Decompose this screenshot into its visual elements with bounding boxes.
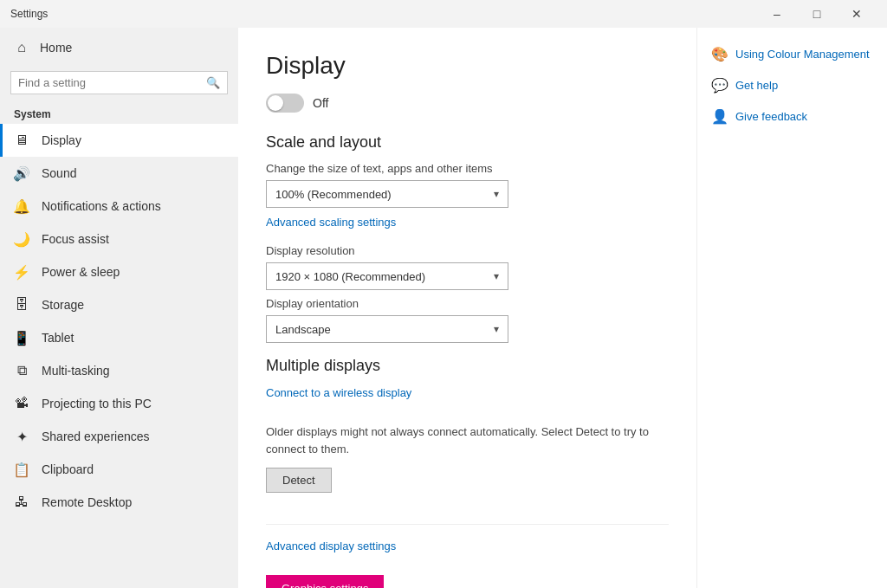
shared-icon: ✦ bbox=[14, 429, 29, 444]
titlebar-controls: – □ ✕ bbox=[757, 0, 877, 28]
older-displays-text: Older displays might not always connect … bbox=[266, 423, 656, 457]
sidebar-item-remote[interactable]: 🖧 Remote Desktop bbox=[0, 486, 238, 519]
sidebar-item-label: Clipboard bbox=[42, 462, 94, 476]
display-toggle[interactable] bbox=[266, 94, 304, 113]
divider bbox=[266, 524, 669, 525]
orientation-label: Display orientation bbox=[266, 297, 669, 310]
colour-management-link[interactable]: 🎨 Using Colour Management bbox=[711, 45, 873, 62]
sidebar-item-clipboard[interactable]: 📋 Clipboard bbox=[0, 453, 238, 486]
clipboard-icon: 📋 bbox=[14, 462, 29, 477]
sidebar-item-label: Focus assist bbox=[42, 232, 109, 246]
give-feedback-link[interactable]: 👤 Give feedback bbox=[711, 107, 873, 125]
colour-link-label: Using Colour Management bbox=[735, 48, 870, 61]
sidebar-item-display[interactable]: 🖥 Display bbox=[0, 124, 238, 157]
multiple-displays-title: Multiple displays bbox=[266, 357, 669, 375]
sidebar-item-label: Sound bbox=[42, 166, 76, 180]
tablet-icon: 📱 bbox=[14, 330, 29, 346]
display-icon: 🖥 bbox=[14, 132, 29, 148]
resolution-dropdown-chevron: ▾ bbox=[494, 270, 499, 282]
sidebar-section-label: System bbox=[0, 101, 238, 124]
sidebar-item-label: Projecting to this PC bbox=[42, 397, 152, 410]
scale-section-title: Scale and layout bbox=[266, 133, 669, 152]
sidebar-item-power[interactable]: ⚡ Power & sleep bbox=[0, 255, 238, 288]
orientation-dropdown-chevron: ▾ bbox=[494, 323, 499, 335]
sidebar-item-label: Tablet bbox=[42, 331, 74, 345]
sidebar-search-box[interactable]: 🔍 bbox=[10, 71, 228, 94]
resolution-label: Display resolution bbox=[266, 244, 669, 257]
main-content: Display Off Scale and layout Change the … bbox=[238, 28, 696, 588]
sidebar-item-label: Display bbox=[42, 133, 81, 147]
sidebar-item-shared[interactable]: ✦ Shared experiences bbox=[0, 420, 238, 453]
toggle-knob bbox=[268, 95, 283, 111]
scale-dropdown-chevron: ▾ bbox=[494, 188, 499, 200]
power-icon: ⚡ bbox=[14, 264, 29, 280]
resolution-dropdown-value: 1920 × 1080 (Recommended) bbox=[275, 270, 425, 283]
help-icon: 💬 bbox=[711, 76, 728, 94]
toggle-row: Off bbox=[266, 94, 669, 113]
scale-dropdown-value: 100% (Recommended) bbox=[275, 188, 392, 201]
orientation-dropdown-value: Landscape bbox=[275, 323, 331, 336]
sidebar-item-projecting[interactable]: 📽 Projecting to this PC bbox=[0, 387, 238, 420]
sidebar-item-label: Notifications & actions bbox=[42, 199, 161, 213]
orientation-dropdown[interactable]: Landscape ▾ bbox=[266, 315, 508, 343]
storage-icon: 🗄 bbox=[14, 297, 29, 313]
close-button[interactable]: ✕ bbox=[837, 0, 877, 28]
colour-icon: 🎨 bbox=[711, 45, 728, 62]
focus-icon: 🌙 bbox=[14, 231, 29, 247]
remote-icon: 🖧 bbox=[14, 494, 29, 510]
projecting-icon: 📽 bbox=[14, 396, 29, 411]
feedback-link-label: Give feedback bbox=[735, 110, 807, 123]
sidebar-item-label: Storage bbox=[42, 298, 84, 312]
sidebar-home-label: Home bbox=[40, 41, 72, 55]
scale-label: Change the size of text, apps and other … bbox=[266, 162, 669, 175]
feedback-icon: 👤 bbox=[711, 107, 728, 125]
multitasking-icon: ⧉ bbox=[14, 363, 29, 378]
help-link-label: Get help bbox=[735, 79, 778, 92]
minimize-button[interactable]: – bbox=[757, 0, 797, 28]
right-panel: 🎨 Using Colour Management 💬 Get help 👤 G… bbox=[696, 28, 887, 588]
sidebar-item-label: Shared experiences bbox=[42, 430, 150, 443]
graphics-settings-button[interactable]: Graphics settings bbox=[266, 575, 384, 588]
resolution-dropdown[interactable]: 1920 × 1080 (Recommended) ▾ bbox=[266, 262, 508, 290]
sound-icon: 🔊 bbox=[14, 165, 29, 181]
sidebar-item-label: Remote Desktop bbox=[42, 495, 132, 509]
sidebar: ⌂ Home 🔍 System 🖥 Display 🔊 Sound 🔔 Noti… bbox=[0, 28, 238, 588]
titlebar-title: Settings bbox=[10, 8, 48, 20]
app-body: ⌂ Home 🔍 System 🖥 Display 🔊 Sound 🔔 Noti… bbox=[0, 28, 887, 588]
advanced-display-link[interactable]: Advanced display settings bbox=[266, 540, 396, 552]
sidebar-item-multitasking[interactable]: ⧉ Multi-tasking bbox=[0, 354, 238, 387]
home-icon: ⌂ bbox=[14, 40, 29, 55]
get-help-link[interactable]: 💬 Get help bbox=[711, 76, 873, 94]
scale-dropdown[interactable]: 100% (Recommended) ▾ bbox=[266, 180, 508, 208]
right-help-section: 💬 Get help 👤 Give feedback bbox=[711, 76, 873, 125]
toggle-label: Off bbox=[313, 96, 328, 110]
sidebar-item-label: Power & sleep bbox=[42, 265, 120, 279]
page-title: Display bbox=[266, 52, 669, 80]
detect-button[interactable]: Detect bbox=[266, 468, 332, 493]
sidebar-item-tablet[interactable]: 📱 Tablet bbox=[0, 321, 238, 354]
search-input[interactable] bbox=[18, 76, 201, 89]
search-icon: 🔍 bbox=[206, 76, 220, 89]
sidebar-item-storage[interactable]: 🗄 Storage bbox=[0, 288, 238, 321]
titlebar: Settings – □ ✕ bbox=[0, 0, 887, 28]
sidebar-item-home[interactable]: ⌂ Home bbox=[0, 28, 238, 68]
connect-wireless-link[interactable]: Connect to a wireless display bbox=[266, 386, 411, 399]
multiple-displays-section: Multiple displays Connect to a wireless … bbox=[266, 357, 669, 510]
advanced-scaling-link[interactable]: Advanced scaling settings bbox=[266, 216, 396, 229]
sidebar-item-sound[interactable]: 🔊 Sound bbox=[0, 157, 238, 190]
sidebar-item-focus[interactable]: 🌙 Focus assist bbox=[0, 223, 238, 255]
sidebar-item-label: Multi-tasking bbox=[42, 364, 110, 378]
maximize-button[interactable]: □ bbox=[797, 0, 837, 28]
sidebar-item-notifications[interactable]: 🔔 Notifications & actions bbox=[0, 190, 238, 223]
notifications-icon: 🔔 bbox=[14, 198, 29, 214]
